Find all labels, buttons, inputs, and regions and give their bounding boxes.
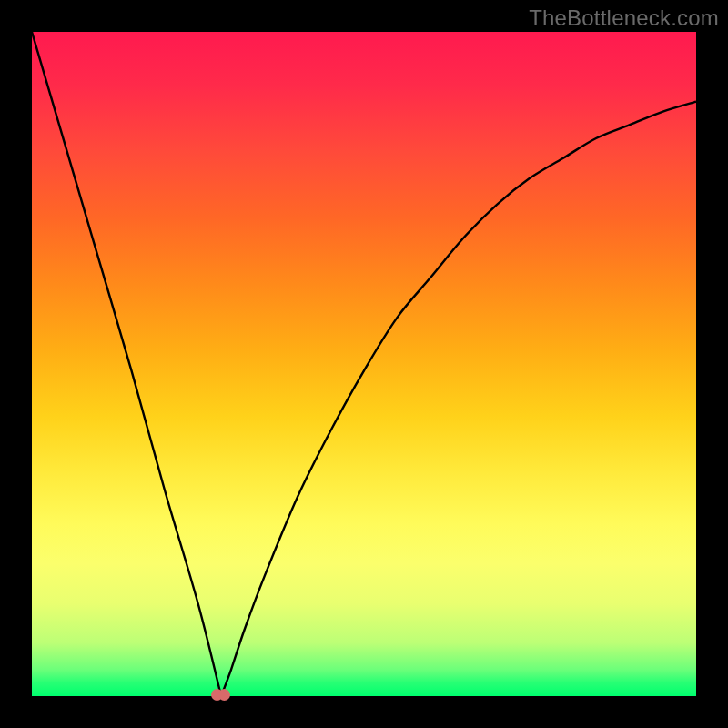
curve-path [32,32,696,696]
plot-area [32,32,696,696]
outer-frame: TheBottleneck.com [0,0,728,728]
minimum-marker-dot [218,689,230,701]
watermark-text: TheBottleneck.com [529,5,719,31]
bottleneck-curve [32,32,696,696]
